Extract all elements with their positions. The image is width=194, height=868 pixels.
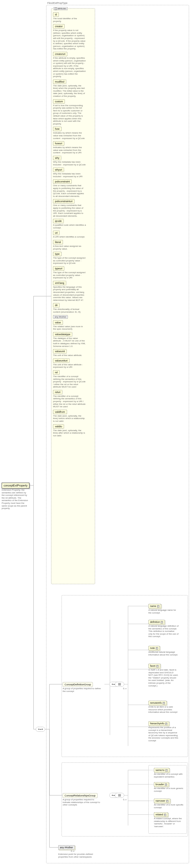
attribute-item: relThe identifier of a concept defining … — [53, 370, 93, 388]
cdef-child-facet[interactable]: facet+ — [148, 664, 160, 668]
attribute-desc: The date (and, optionally, the time) aft… — [53, 429, 86, 437]
attribute-name[interactable]: literal — [53, 240, 63, 244]
collapse-icon[interactable]: − — [55, 8, 57, 10]
attribute-desc: The datatype of the value attribute – it… — [53, 337, 86, 347]
attribute-item: valuedatatypeThe datatype of the value a… — [53, 332, 93, 347]
expand-icon[interactable]: + — [156, 647, 158, 649]
crel-child-desc: A related concept, where the relationshi… — [154, 817, 184, 828]
cdef-child-remoteinfo[interactable]: remoteInfo+ — [148, 701, 167, 705]
attribute-desc: A free-text value assigned as property v… — [53, 245, 86, 250]
attribute-name[interactable]: value — [53, 320, 63, 325]
root-sequence-compositor — [36, 727, 45, 732]
cdef-child-desc: A link to an item or a web resource whic… — [148, 706, 178, 714]
attribute-name[interactable]: id — [53, 12, 59, 17]
attribute-name[interactable]: whyuri — [53, 167, 64, 172]
attribute-name[interactable]: howuri — [53, 141, 64, 146]
attribute-item: valueunitThe unit of the value attribute… — [53, 349, 93, 357]
attribute-item: uriA URI which identifies a concept. — [53, 230, 93, 238]
attribute-name[interactable]: valueunit — [53, 349, 67, 353]
attribute-name[interactable]: why — [53, 156, 61, 160]
attribute-item: qcodeA qualified code which identifies a… — [53, 219, 93, 229]
expand-icon[interactable]: + — [163, 702, 165, 704]
crel-child-desc: An identifier of a more specific concept… — [154, 804, 184, 809]
attribute-item: customIf set to true the corresponding p… — [53, 99, 93, 125]
attribute-name[interactable]: validfrom — [53, 410, 67, 414]
cdef-child-hierarchyinfo[interactable]: hierarchyInfo+ — [148, 721, 169, 726]
crel-child-desc: An identifier of a concept with equivale… — [154, 773, 184, 778]
attribute-desc: The unit of the value attribute. — [53, 354, 86, 357]
attribute-name[interactable]: dir — [53, 303, 60, 307]
attribute-name[interactable]: qcode — [53, 219, 64, 223]
attribute-desc: The date (and, optionally, the time) whe… — [53, 85, 86, 98]
attribute-item: validtoThe date (and, optionally, the ti… — [53, 424, 93, 437]
attribute-name[interactable]: reluri — [53, 390, 62, 394]
any-other-element[interactable]: any ##other — [58, 845, 75, 849]
cdef-child-desc: Represents the position of a concept in … — [148, 726, 178, 742]
crel-loop: 0..∞ — [123, 799, 127, 801]
crel-choice — [115, 793, 124, 798]
attribute-desc: The directionality of textual content (e… — [53, 308, 86, 313]
attribute-desc: The unit of the value attribute - expres… — [53, 363, 86, 369]
attribute-name[interactable]: pubconstrainturi — [53, 199, 75, 204]
attribute-name[interactable]: uri — [53, 230, 60, 235]
cdef-child-definition[interactable]: definition+ — [148, 620, 165, 624]
attribute-name[interactable]: modified — [53, 80, 66, 84]
crel-child-broader[interactable]: broader+ — [154, 782, 169, 786]
attribute-name[interactable]: rel — [53, 370, 60, 375]
attribute-item: any ##other — [53, 315, 93, 319]
cdef-child-note[interactable]: note+ — [148, 646, 160, 650]
attribute-name[interactable]: creatoruri — [53, 52, 67, 56]
expand-icon[interactable]: + — [165, 723, 167, 725]
attribute-item: pubconstrainturiOne or many constraints … — [53, 199, 93, 217]
crel-child-narrower[interactable]: narrower+ — [154, 799, 170, 803]
attribute-item: valueThe related value (see more in the … — [53, 320, 93, 331]
expand-icon[interactable]: + — [157, 605, 159, 608]
attribute-desc: If set to true the corresponding propert… — [53, 104, 86, 125]
attribute-name[interactable]: validto — [53, 424, 64, 429]
attribute-item: xml:langSpecifies the language of this p… — [53, 281, 93, 302]
attribute-name[interactable]: pubconstraint — [53, 179, 72, 184]
attribute-desc: A qualified code which identifies a conc… — [53, 224, 86, 229]
attribute-desc: The identifier of a concept defining the… — [53, 395, 86, 408]
expand-icon[interactable]: + — [156, 665, 159, 667]
attributes-label: attributes — [57, 7, 66, 10]
cdef-child-desc: A natural language definition of the sem… — [148, 625, 178, 638]
attribute-item: idThe local identifier of the property. — [53, 12, 93, 23]
crel-child-sameas[interactable]: sameAs+ — [154, 768, 169, 772]
attribute-item: howIndicates by which means the value wa… — [53, 127, 93, 140]
attribute-name[interactable]: creator — [53, 24, 64, 29]
cdef-child-name[interactable]: name+ — [148, 604, 161, 608]
attribute-desc: If the property value is not defined, sp… — [53, 29, 86, 50]
attribute-item: whyWhy the metadata has been included - … — [53, 156, 93, 166]
attribute-name[interactable]: valueunituri — [53, 359, 70, 363]
attribute-name[interactable]: valuedatatype — [53, 332, 72, 337]
attributes-container: − attributes idThe local identifier of t… — [51, 8, 95, 584]
concept-relationships-group[interactable]: ConceptRelationshipsGroup — [63, 793, 98, 798]
attribute-desc: The type of the concept assigned as cont… — [53, 271, 86, 279]
type-label: Flex2ExtPropType — [47, 2, 67, 4]
attribute-item: whyuriWhy the metadata has been included… — [53, 167, 93, 178]
expand-icon[interactable]: + — [165, 783, 167, 786]
cdef-choice — [115, 682, 124, 687]
concept-definition-group[interactable]: ConceptDefinitionGroup — [63, 682, 93, 687]
attribute-name[interactable]: how — [53, 127, 61, 131]
cdef-child-desc: A natural language name for the concept. — [148, 609, 178, 614]
attribute-name[interactable]: type — [53, 252, 61, 256]
expand-icon[interactable]: + — [166, 800, 168, 802]
root-element-box[interactable]: conceptExtProperty — [2, 483, 29, 489]
attributes-header[interactable]: − attributes — [54, 7, 67, 10]
attribute-name[interactable]: any ##other — [53, 315, 68, 319]
attribute-name[interactable]: typeuri — [53, 266, 64, 271]
crel-child-related[interactable]: related+ — [154, 812, 168, 817]
attribute-desc: The local identifier of the property. — [53, 17, 86, 23]
attribute-item: dirThe directionality of textual content… — [53, 303, 93, 313]
attribute-item: typeuriThe type of the concept assigned … — [53, 266, 93, 279]
attribute-name[interactable]: xml:lang — [53, 281, 66, 285]
attribute-desc: The date (and, optionally, the time) bef… — [53, 415, 86, 423]
attribute-desc: One or many constraints that apply to pu… — [53, 184, 86, 197]
root-element-desc: Extension Property; the semantics are de… — [2, 489, 29, 510]
attribute-name[interactable]: custom — [53, 99, 65, 104]
expand-icon[interactable]: + — [164, 814, 166, 816]
expand-icon[interactable]: + — [161, 621, 163, 623]
expand-icon[interactable]: + — [165, 769, 168, 772]
